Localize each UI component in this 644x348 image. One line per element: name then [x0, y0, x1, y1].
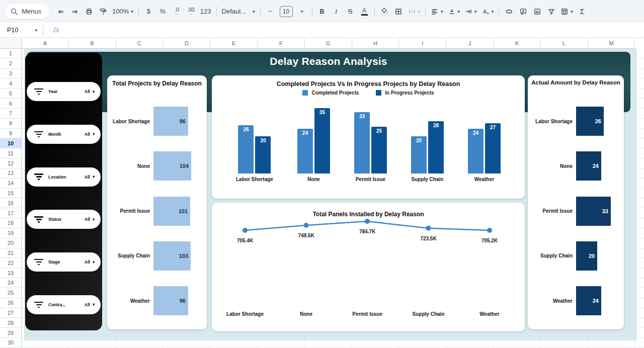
filter-panel: Year All▾ Month All▾ Location All▾ Statu…	[25, 53, 102, 330]
row-header[interactable]: 21	[0, 248, 22, 258]
bar-value: 20	[260, 138, 266, 173]
increase-font-size-button[interactable]: +	[295, 5, 309, 19]
vertical-align-button[interactable]: ▾	[446, 5, 462, 19]
row-header[interactable]: 17	[0, 208, 22, 218]
row-header[interactable]: 22	[0, 258, 22, 268]
currency-format-button[interactable]: $	[142, 5, 155, 19]
row-header[interactable]: 23	[0, 268, 22, 278]
increase-decimal-button[interactable]: .00→	[184, 5, 198, 19]
line-point	[304, 223, 309, 228]
decrease-decimal-button[interactable]: .0←	[170, 5, 184, 19]
insert-comment-button[interactable]	[516, 5, 530, 19]
menus-search[interactable]: Menus	[5, 4, 49, 19]
bold-button[interactable]: B	[315, 5, 329, 19]
row-header[interactable]: 5	[0, 89, 22, 99]
percent-format-button[interactable]: %	[156, 5, 170, 19]
decrease-font-size-button[interactable]: −	[264, 5, 277, 19]
column-header[interactable]: H	[352, 38, 399, 49]
vertical-align-icon	[448, 8, 456, 16]
row-header[interactable]: 13	[0, 168, 22, 179]
italic-label: I	[335, 8, 337, 16]
row-header[interactable]: 2	[0, 59, 22, 69]
print-button[interactable]	[82, 5, 96, 19]
row-header[interactable]: 3	[0, 69, 22, 79]
column-header[interactable]: I	[399, 38, 446, 49]
filter-contractor[interactable]: Contra... All▾	[27, 295, 101, 314]
text-wrap-button[interactable]: ▾	[462, 5, 479, 19]
row-header[interactable]: 18	[0, 218, 22, 228]
column-header[interactable]: D	[163, 38, 210, 49]
filter-stage[interactable]: Stage All▾	[27, 252, 101, 272]
row-header[interactable]: 27	[0, 308, 22, 318]
text-rotation-button[interactable]: A ▾	[479, 5, 496, 19]
borders-button[interactable]	[392, 5, 406, 19]
column-header[interactable]: J	[446, 38, 494, 49]
filter-month[interactable]: Month All▾	[27, 125, 101, 144]
redo-button[interactable]	[68, 5, 82, 19]
filter-label: Stage	[48, 259, 60, 265]
row-header[interactable]: 16	[0, 198, 22, 208]
row-header[interactable]: 7	[0, 109, 22, 119]
font-select[interactable]: Defaul...▾	[220, 5, 257, 19]
row-header[interactable]: 6	[0, 99, 22, 109]
hbar-value: 33	[602, 208, 608, 214]
fill-color-button[interactable]	[378, 5, 391, 19]
filter-status[interactable]: Status All▾	[27, 210, 101, 229]
row-header[interactable]: 8	[0, 119, 22, 129]
row-header[interactable]: 29	[0, 328, 22, 338]
hbar-label: Weather	[111, 298, 153, 304]
row-header[interactable]: 30	[0, 338, 22, 348]
column-header[interactable]: F	[258, 38, 305, 49]
italic-button[interactable]: I	[330, 5, 343, 19]
column-header[interactable]: E	[210, 38, 258, 49]
divider	[216, 7, 217, 17]
zoom-select[interactable]: 100%▾	[110, 5, 135, 19]
column-header[interactable]: G	[305, 38, 352, 49]
column-header[interactable]: A	[22, 38, 69, 49]
hbar-bar: 33	[576, 197, 611, 226]
row-header[interactable]: 1	[0, 49, 22, 59]
column-header[interactable]: C	[116, 38, 164, 49]
column-header[interactable]: L	[541, 38, 588, 49]
row-header[interactable]: 10	[0, 138, 22, 148]
strikethrough-button[interactable]: S	[344, 5, 357, 19]
row-header[interactable]: 24	[0, 278, 22, 288]
create-filter-button[interactable]	[544, 5, 558, 19]
insert-chart-button[interactable]	[530, 5, 544, 19]
undo-icon	[57, 8, 65, 16]
column-header[interactable]: M	[588, 38, 635, 49]
name-box[interactable]: P10 ▾	[0, 27, 40, 34]
select-all-corner[interactable]	[0, 38, 22, 49]
table-views-button[interactable]: ▾	[558, 5, 575, 19]
bar-value: 28	[433, 123, 439, 173]
insert-link-button[interactable]	[502, 5, 516, 19]
functions-button[interactable]: Σ	[576, 5, 589, 19]
row-header[interactable]: 11	[0, 148, 22, 158]
merge-cells-button[interactable]: ▾	[406, 5, 423, 19]
column-headers: ABCDEFGHIJKLM	[22, 38, 635, 49]
row-header[interactable]: 12	[0, 158, 22, 168]
filter-year[interactable]: Year All▾	[27, 82, 101, 101]
filter-location[interactable]: Location All▾	[27, 167, 101, 187]
row-header[interactable]: 19	[0, 228, 22, 238]
row-header[interactable]: 28	[0, 318, 22, 328]
column-header[interactable]: K	[494, 38, 541, 49]
text-color-button[interactable]: A	[358, 5, 371, 19]
filter-value: All	[85, 302, 90, 307]
row-header[interactable]: 25	[0, 288, 22, 298]
formula-bar: P10 ▾ fx	[0, 23, 644, 38]
row-header[interactable]: 14	[0, 179, 22, 189]
row-header[interactable]: 9	[0, 129, 22, 139]
column-header[interactable]: B	[69, 38, 116, 49]
row-header[interactable]: 15	[0, 189, 22, 199]
undo-button[interactable]	[54, 5, 67, 19]
bar-value: 35	[319, 110, 325, 173]
font-size-input[interactable]: 10	[278, 5, 295, 19]
paint-format-button[interactable]	[96, 5, 110, 19]
horizontal-align-button[interactable]: ▾	[429, 5, 445, 19]
more-formats-button[interactable]: 123	[198, 5, 213, 19]
row-header[interactable]: 20	[0, 238, 22, 248]
row-header[interactable]: 26	[0, 298, 22, 308]
divider	[260, 7, 261, 17]
row-header[interactable]: 4	[0, 78, 22, 89]
